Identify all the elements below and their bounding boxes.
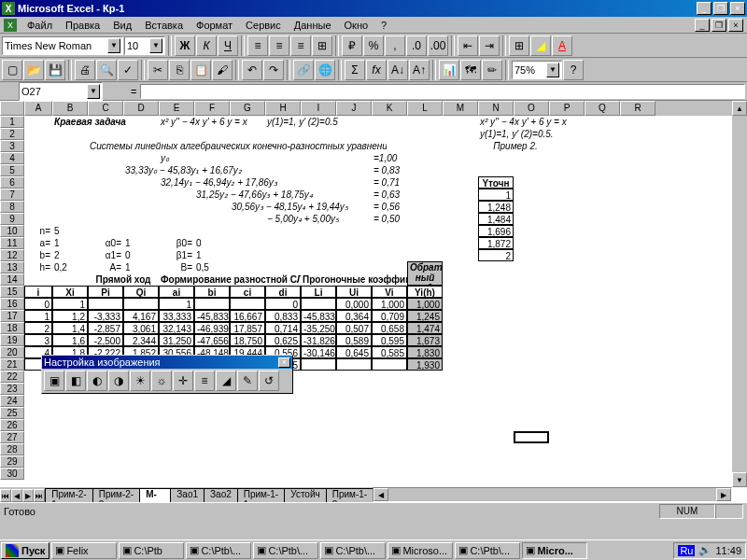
taskbar-button[interactable]: ▣Micro... bbox=[522, 542, 587, 559]
menu-view[interactable]: Вид bbox=[106, 18, 138, 33]
select-all-corner[interactable] bbox=[0, 101, 24, 116]
web-button[interactable]: 🌐 bbox=[315, 60, 335, 80]
sheet-tab[interactable]: Прим-2-2 bbox=[92, 488, 140, 502]
taskbar-button[interactable]: ▣C:\Ptb\... bbox=[320, 542, 386, 559]
function-button[interactable]: fx bbox=[366, 60, 387, 80]
comma-button[interactable]: , bbox=[385, 35, 405, 56]
close-button[interactable]: × bbox=[730, 2, 745, 15]
chart-button[interactable]: 📊 bbox=[439, 60, 459, 80]
picture-toolbar[interactable]: Настройка изображения × ▣ ◧ ◐ ◑ ☀ ☼ ✛ ≡ … bbox=[41, 355, 293, 394]
picture-toolbar-title[interactable]: Настройка изображения × bbox=[42, 356, 292, 369]
tab-last-button[interactable]: ⏭ bbox=[34, 489, 45, 502]
pic-less-contrast-button[interactable]: ◑ bbox=[108, 371, 129, 391]
print-button[interactable]: 🖨 bbox=[75, 60, 95, 80]
restore-button[interactable]: ❐ bbox=[713, 2, 728, 15]
tab-next-button[interactable]: ▶ bbox=[22, 489, 34, 502]
inc-indent-button[interactable]: ⇥ bbox=[479, 35, 500, 56]
font-color-button[interactable]: A bbox=[552, 35, 572, 56]
dec-decimal-button[interactable]: .00 bbox=[428, 35, 448, 56]
dec-indent-button[interactable]: ⇤ bbox=[458, 35, 478, 56]
picture-toolbar-close[interactable]: × bbox=[278, 357, 290, 368]
sheet-tab[interactable]: Устойч bbox=[284, 488, 327, 502]
borders-button[interactable]: ⊞ bbox=[509, 35, 529, 56]
taskbar-button[interactable]: ▣C:\Ptb\... bbox=[253, 542, 318, 559]
sheet-tab[interactable]: Прим-1-1 bbox=[237, 488, 285, 502]
help-button[interactable]: ? bbox=[563, 60, 584, 80]
merge-button[interactable]: ⊞ bbox=[312, 35, 332, 56]
menu-tools[interactable]: Сервис bbox=[239, 18, 288, 33]
start-button[interactable]: Пуск bbox=[1, 542, 49, 559]
lang-indicator[interactable]: Ru bbox=[678, 545, 695, 556]
align-right-button[interactable]: ≡ bbox=[290, 35, 311, 56]
fill-color-button[interactable]: ◢ bbox=[530, 35, 551, 56]
column-headers[interactable]: ABCDEFGHIJKLMNOPQR bbox=[24, 101, 732, 116]
formula-input[interactable] bbox=[140, 84, 745, 99]
taskbar-button[interactable]: ▣C:\Ptb\... bbox=[186, 542, 251, 559]
doc-restore[interactable]: ❐ bbox=[712, 19, 726, 32]
menu-window[interactable]: Окно bbox=[338, 18, 375, 33]
undo-button[interactable]: ↶ bbox=[242, 60, 262, 80]
pic-color-button[interactable]: ◧ bbox=[65, 371, 86, 391]
preview-button[interactable]: 🔍 bbox=[96, 60, 117, 80]
sort-desc-button[interactable]: A↑ bbox=[409, 60, 430, 80]
menu-insert[interactable]: Вставка bbox=[138, 18, 190, 33]
taskbar-button[interactable]: ▣Microso... bbox=[388, 542, 453, 559]
sheet-tab[interactable]: Зао1 bbox=[170, 488, 204, 502]
bold-button[interactable]: Ж bbox=[175, 35, 195, 56]
menu-help[interactable]: ? bbox=[374, 18, 393, 33]
minimize-button[interactable]: _ bbox=[697, 2, 712, 15]
cut-button[interactable]: ✂ bbox=[148, 60, 168, 80]
zoom-combo[interactable]: 75%▼ bbox=[512, 61, 562, 79]
scroll-right-button[interactable]: ▶ bbox=[716, 488, 731, 501]
inc-decimal-button[interactable]: .0 bbox=[406, 35, 427, 56]
percent-button[interactable]: % bbox=[363, 35, 384, 56]
format-painter-button[interactable]: 🖌 bbox=[212, 60, 233, 80]
pic-less-bright-button[interactable]: ☼ bbox=[151, 371, 172, 391]
italic-button[interactable]: К bbox=[196, 35, 217, 56]
doc-close[interactable]: × bbox=[728, 19, 743, 32]
menu-file[interactable]: Файл bbox=[21, 18, 59, 33]
menu-edit[interactable]: Правка bbox=[59, 18, 106, 33]
pic-transparent-button[interactable]: ✎ bbox=[237, 371, 258, 391]
scroll-left-button[interactable]: ◀ bbox=[374, 488, 388, 501]
underline-button[interactable]: Ч bbox=[218, 35, 238, 56]
align-center-button[interactable]: ≡ bbox=[269, 35, 289, 56]
copy-button[interactable]: ⎘ bbox=[169, 60, 190, 80]
pic-line-button[interactable]: ≡ bbox=[194, 371, 215, 391]
sheet-tab[interactable]: М-дн bbox=[139, 488, 171, 502]
pic-format-button[interactable]: ◢ bbox=[216, 371, 236, 391]
map-button[interactable]: 🗺 bbox=[460, 60, 481, 80]
sheet-tab[interactable]: Прим-1-2 bbox=[326, 488, 374, 502]
sort-asc-button[interactable]: A↓ bbox=[388, 60, 408, 80]
horizontal-scrollbar[interactable]: ◀ ▶ bbox=[373, 487, 732, 502]
sheet-tab[interactable]: Зао2 bbox=[204, 488, 238, 502]
menu-data[interactable]: Данные bbox=[288, 18, 338, 33]
drawing-button[interactable]: ✏ bbox=[482, 60, 502, 80]
pic-reset-button[interactable]: ↺ bbox=[259, 371, 279, 391]
row-headers[interactable]: 1234567891011121314151617181920212223242… bbox=[0, 116, 24, 480]
tab-first-button[interactable]: ⏮ bbox=[0, 489, 11, 502]
save-button[interactable]: 💾 bbox=[45, 60, 65, 80]
doc-minimize[interactable]: _ bbox=[695, 19, 710, 32]
menu-format[interactable]: Формат bbox=[190, 18, 239, 33]
paste-button[interactable]: 📋 bbox=[190, 60, 211, 80]
scroll-up-button[interactable]: ▲ bbox=[732, 101, 747, 116]
pic-crop-button[interactable]: ✛ bbox=[173, 371, 193, 391]
redo-button[interactable]: ↷ bbox=[263, 60, 284, 80]
pic-more-contrast-button[interactable]: ◐ bbox=[87, 371, 107, 391]
align-left-button[interactable]: ≡ bbox=[247, 35, 268, 56]
font-size-combo[interactable]: 10▼ bbox=[124, 36, 165, 55]
cells-area[interactable]: Краевая задачаx² y'' − 4x y' + 6 y = xy(… bbox=[24, 116, 732, 487]
tray-icon[interactable]: 🔊 bbox=[698, 544, 712, 556]
spell-button[interactable]: ✓ bbox=[118, 60, 138, 80]
scroll-down-button[interactable]: ▼ bbox=[732, 472, 747, 487]
system-tray[interactable]: Ru 🔊 11:49 bbox=[673, 542, 746, 559]
currency-button[interactable]: ₽ bbox=[342, 35, 362, 56]
sheet-tab[interactable]: Прим-2-1 bbox=[45, 488, 92, 502]
name-box[interactable]: O27▼ bbox=[19, 82, 103, 101]
taskbar-button[interactable]: ▣C:\Ptb bbox=[119, 542, 184, 559]
new-button[interactable]: ▢ bbox=[2, 60, 22, 80]
open-button[interactable]: 📂 bbox=[23, 60, 44, 80]
link-button[interactable]: 🔗 bbox=[293, 60, 314, 80]
font-name-combo[interactable]: Times New Roman▼ bbox=[2, 36, 123, 55]
